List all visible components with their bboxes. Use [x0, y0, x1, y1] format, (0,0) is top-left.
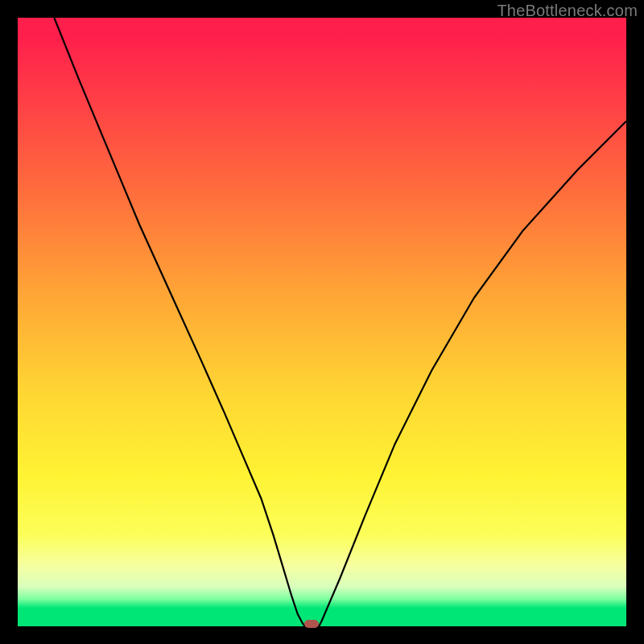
optimum-marker	[304, 620, 319, 628]
curve-path	[54, 18, 626, 626]
watermark-text: TheBottleneck.com	[497, 2, 638, 20]
plot-area	[18, 18, 626, 626]
bottleneck-curve	[18, 18, 626, 626]
